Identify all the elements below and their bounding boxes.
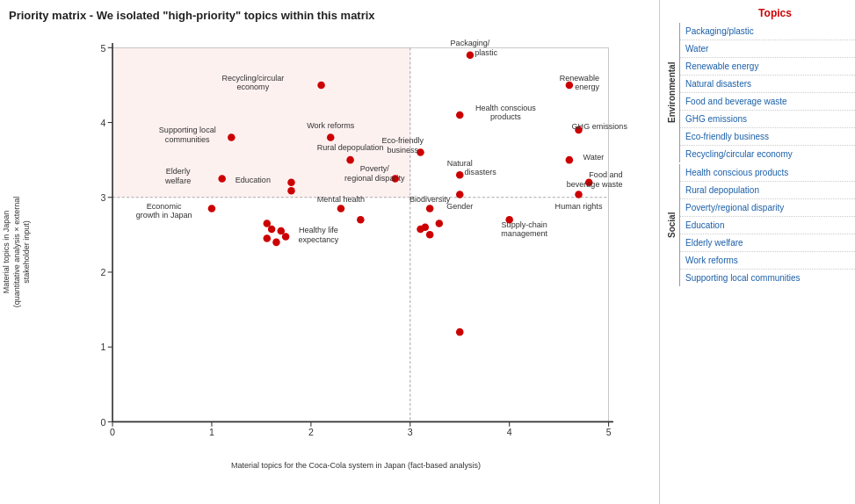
- legend-item: Recycling/circular economy: [680, 146, 855, 162]
- svg-text:communities: communities: [165, 135, 210, 144]
- svg-text:regional disparity: regional disparity: [344, 174, 405, 183]
- x-axis-label: Material topics for the Coca-Cola system…: [57, 461, 655, 470]
- legend-item: GHG emissions: [680, 111, 855, 128]
- legend-item: Poverty/regional disparity: [680, 199, 855, 217]
- svg-text:economy: economy: [236, 83, 269, 91]
- legend-item: Packaging/plastic: [680, 23, 855, 40]
- chart-area: 0 1 2 3 4 5 0 1: [57, 29, 655, 459]
- svg-text:Health conscious: Health conscious: [475, 104, 536, 112]
- svg-text:Eco-friendly: Eco-friendly: [381, 136, 424, 145]
- svg-text:5: 5: [100, 43, 105, 54]
- svg-point-34: [317, 82, 325, 90]
- svg-text:0: 0: [110, 427, 115, 437]
- svg-point-53: [566, 156, 574, 164]
- legend-item: Natural disasters: [680, 76, 855, 93]
- svg-point-76: [208, 205, 216, 212]
- svg-point-81: [426, 205, 434, 212]
- legend-group-label: Social: [665, 164, 679, 286]
- svg-text:Work reforms: Work reforms: [307, 121, 355, 130]
- svg-text:4: 4: [507, 427, 512, 437]
- svg-text:Recycling/circular: Recycling/circular: [221, 74, 284, 83]
- legend-item: Eco-friendly business: [680, 128, 855, 146]
- legend-item: Renewable energy: [680, 58, 855, 76]
- legend-header: Topics: [665, 7, 855, 19]
- svg-text:Supporting local: Supporting local: [159, 126, 216, 134]
- svg-point-98: [436, 220, 444, 227]
- svg-point-74: [575, 191, 583, 198]
- svg-text:Mental health: Mental health: [317, 195, 365, 204]
- legend-items: Health conscious productsRural depopulat…: [679, 164, 855, 286]
- svg-point-94: [272, 239, 280, 247]
- svg-point-55: [346, 156, 354, 164]
- svg-point-96: [426, 231, 434, 239]
- svg-text:1: 1: [209, 427, 214, 437]
- svg-text:growth in Japan: growth in Japan: [136, 211, 192, 220]
- svg-text:Packaging/: Packaging/: [451, 39, 490, 47]
- svg-text:Economic: Economic: [147, 202, 182, 211]
- svg-point-97: [422, 224, 430, 232]
- svg-text:Poverty/: Poverty/: [360, 164, 390, 173]
- svg-text:energy: energy: [575, 83, 599, 91]
- chart-section: Priority matrix - We isolated "high-prio…: [0, 0, 659, 504]
- svg-text:Biodiversity: Biodiversity: [409, 195, 451, 204]
- svg-text:business: business: [387, 146, 418, 155]
- svg-point-92: [282, 233, 290, 241]
- svg-text:Elderly: Elderly: [166, 167, 191, 176]
- svg-text:Education: Education: [235, 176, 271, 184]
- legend-groups-container: EnvironmentalPackaging/plasticWaterRenew…: [665, 23, 855, 286]
- svg-text:Human rights: Human rights: [555, 202, 603, 211]
- page-title: Priority matrix - We isolated "high-prio…: [9, 9, 655, 22]
- chart-svg: 0 1 2 3 4 5 0 1: [57, 29, 655, 459]
- svg-point-48: [327, 133, 335, 141]
- svg-text:products: products: [490, 112, 521, 121]
- svg-text:4: 4: [100, 118, 105, 128]
- legend-item: Work reforms: [680, 252, 855, 270]
- svg-text:GHG emissions: GHG emissions: [572, 122, 628, 131]
- legend-item: Rural depopulation: [680, 182, 855, 199]
- legend-items: Packaging/plasticWaterRenewable energyNa…: [679, 23, 855, 162]
- svg-point-66: [456, 171, 464, 179]
- svg-text:3: 3: [100, 192, 105, 203]
- svg-text:Supply-chain: Supply-chain: [502, 220, 547, 229]
- svg-point-57: [218, 175, 226, 183]
- svg-point-40: [566, 82, 574, 90]
- svg-text:1: 1: [100, 342, 105, 352]
- svg-text:Healthy life: Healthy life: [299, 226, 338, 234]
- legend-group: EnvironmentalPackaging/plasticWaterRenew…: [665, 23, 855, 162]
- svg-point-79: [337, 205, 345, 212]
- svg-point-83: [357, 216, 365, 224]
- svg-text:Gender: Gender: [446, 202, 473, 211]
- legend-group: SocialHealth conscious productsRural dep…: [665, 164, 855, 286]
- svg-point-93: [264, 234, 272, 242]
- legend-item: Supporting local communities: [680, 270, 855, 286]
- svg-text:0: 0: [100, 417, 105, 428]
- svg-text:management: management: [501, 229, 547, 238]
- svg-text:beverage waste: beverage waste: [567, 180, 623, 189]
- svg-point-62: [287, 187, 295, 195]
- svg-point-45: [228, 133, 235, 141]
- svg-text:Rural depopulation: Rural depopulation: [317, 143, 384, 152]
- legend-item: Elderly welfare: [680, 234, 855, 252]
- svg-point-31: [467, 52, 475, 60]
- svg-point-99: [456, 328, 464, 336]
- svg-point-37: [456, 112, 464, 119]
- legend-group-label: Environmental: [665, 23, 679, 162]
- legend-item: Health conscious products: [680, 164, 855, 182]
- svg-point-60: [287, 178, 295, 186]
- svg-text:5: 5: [606, 427, 612, 437]
- legend-section: Topics EnvironmentalPackaging/plasticWat…: [659, 0, 855, 504]
- legend-item: Water: [680, 40, 855, 58]
- y-axis-label: Material topics in Japan (quantitative a…: [2, 191, 33, 313]
- legend-item: Education: [680, 217, 855, 234]
- svg-text:3: 3: [408, 427, 413, 437]
- svg-text:Renewable: Renewable: [560, 74, 599, 83]
- svg-point-90: [268, 226, 276, 234]
- svg-text:expectancy: expectancy: [299, 235, 339, 244]
- svg-text:welfare: welfare: [164, 176, 191, 185]
- svg-text:Food and: Food and: [589, 170, 622, 179]
- svg-point-72: [456, 191, 464, 198]
- svg-text:2: 2: [100, 267, 105, 277]
- svg-text:2: 2: [308, 427, 314, 437]
- svg-text:plastic: plastic: [475, 48, 497, 57]
- legend-item: Food and beverage waste: [680, 93, 855, 111]
